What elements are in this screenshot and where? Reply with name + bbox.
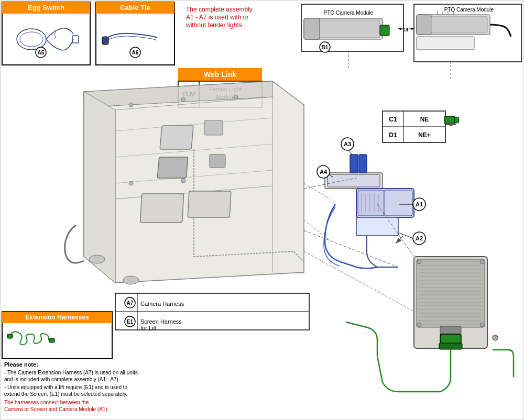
svg-rect-73 (328, 174, 380, 187)
svg-text:without fender lights.: without fender lights. (185, 21, 244, 29)
svg-text:- Units equipped with a lift r: - Units equipped with a lift require (E1… (4, 384, 128, 390)
svg-rect-76 (384, 190, 412, 216)
svg-text:A2: A2 (416, 235, 423, 241)
svg-rect-65 (204, 120, 223, 135)
svg-text:B1: B1 (322, 45, 329, 50)
svg-point-57 (123, 276, 139, 284)
svg-rect-83 (359, 154, 367, 173)
svg-text:A7: A7 (127, 300, 134, 306)
diagram-container: Egg Switch A5 Cable Tie A6 The complete … (0, 0, 524, 420)
svg-rect-86 (417, 259, 485, 327)
svg-rect-113 (440, 334, 461, 344)
svg-point-56 (89, 255, 105, 263)
svg-rect-36 (417, 37, 474, 50)
svg-rect-22 (380, 25, 389, 36)
svg-text:Web Link: Web Link (204, 70, 236, 79)
svg-point-108 (417, 323, 421, 327)
svg-text:or: or (403, 26, 409, 33)
svg-rect-63 (160, 126, 193, 149)
svg-rect-82 (350, 154, 358, 173)
svg-text:The complete assembly: The complete assembly (186, 6, 253, 13)
svg-point-58 (129, 103, 133, 107)
svg-rect-29 (417, 15, 431, 35)
svg-text:Extension Harnesses: Extension Harnesses (25, 314, 89, 321)
svg-rect-114 (439, 343, 462, 349)
svg-text:A1: A1 (416, 201, 423, 207)
svg-text:NE+: NE+ (418, 131, 431, 139)
svg-rect-135 (49, 338, 54, 342)
svg-point-62 (181, 179, 185, 183)
svg-text:Camera or Screen and Camera Mo: Camera or Screen and Camera Module (A1). (4, 406, 109, 412)
svg-rect-75 (358, 190, 384, 216)
svg-rect-68 (188, 191, 231, 217)
svg-rect-12 (102, 37, 108, 45)
svg-rect-64 (157, 157, 188, 178)
svg-rect-55 (455, 117, 459, 123)
svg-point-107 (480, 260, 484, 264)
svg-text:NE: NE (420, 116, 429, 123)
svg-rect-21 (320, 20, 380, 38)
svg-point-61 (129, 181, 133, 185)
svg-text:C1: C1 (389, 116, 397, 123)
svg-text:Camera Harness: Camera Harness (140, 301, 184, 307)
svg-point-60 (234, 95, 238, 99)
svg-text:Please note:: Please note: (4, 361, 38, 368)
svg-text:A1 - A7 is used with or: A1 - A7 is used with or (186, 14, 248, 21)
svg-text:extend the Screen. (E1) must b: extend the Screen. (E1) must be selected… (4, 391, 127, 397)
svg-text:Egg Switch: Egg Switch (28, 4, 64, 12)
svg-rect-84 (356, 217, 398, 236)
svg-text:A4: A4 (320, 169, 328, 175)
svg-text:and is included with complete : and is included with complete assembly (… (4, 377, 120, 382)
svg-rect-54 (444, 116, 455, 124)
svg-rect-134 (7, 334, 13, 338)
svg-rect-30 (431, 16, 487, 33)
svg-text:D1: D1 (389, 131, 397, 139)
svg-text:- The Camera Extension Harness: - The Camera Extension Harness (A7) is u… (4, 370, 138, 375)
svg-text:A5: A5 (38, 50, 45, 56)
svg-text:E1: E1 (127, 319, 134, 325)
svg-text:for Lift: for Lift (140, 325, 157, 331)
svg-text:Cable Tie: Cable Tie (120, 4, 150, 12)
svg-text:A6: A6 (132, 50, 139, 56)
svg-point-59 (181, 97, 185, 102)
svg-point-106 (417, 260, 421, 264)
svg-text:Screen Harness: Screen Harness (140, 318, 182, 325)
svg-rect-20 (304, 18, 320, 39)
svg-rect-66 (210, 154, 225, 168)
svg-text:A3: A3 (344, 141, 351, 147)
svg-rect-67 (140, 194, 184, 223)
svg-text:PTO Camera Module: PTO Camera Module (324, 10, 374, 16)
svg-text:The harnesses connect between : The harnesses connect between the (4, 400, 89, 405)
svg-rect-105 (440, 326, 461, 334)
svg-point-109 (480, 323, 484, 327)
svg-text:PTO Camera Module: PTO Camera Module (444, 7, 494, 13)
